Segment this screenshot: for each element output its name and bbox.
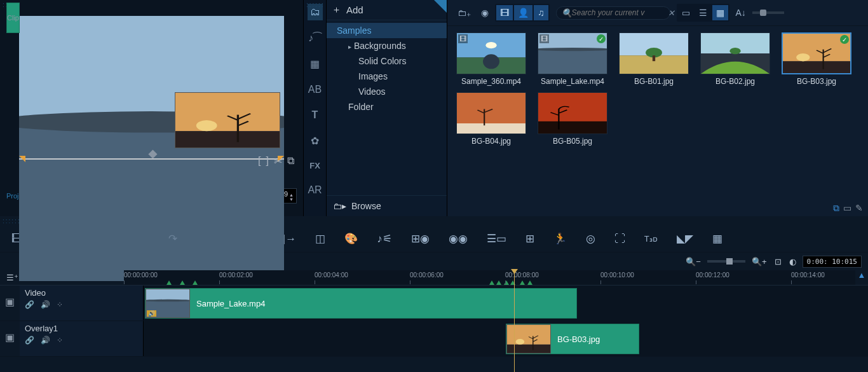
sound-library-icon[interactable]: ♪⁀: [306, 29, 324, 46]
chapter-marker[interactable]: [520, 280, 525, 285]
audio-mix-icon[interactable]: ♪⚟: [370, 228, 398, 249]
view-details-icon[interactable]: ☰: [695, 5, 711, 20]
stabilize-icon[interactable]: ⛶: [608, 229, 632, 249]
thumb-BG-B05.jpg[interactable]: BG-B05.jpg: [535, 92, 610, 146]
multicam-icon[interactable]: ⊞◉: [405, 228, 436, 249]
thumb-size-slider[interactable]: [752, 11, 784, 14]
zoom-slider[interactable]: [707, 260, 745, 263]
motion-icon[interactable]: 🏃: [547, 228, 573, 249]
snapshot-icon[interactable]: ⧉: [287, 155, 294, 167]
track-lane[interactable]: BG-B03.jpg: [144, 321, 868, 356]
check-icon: ✓: [840, 35, 849, 44]
add-folder-button[interactable]: ＋ Add: [327, 0, 447, 20]
3d-title-icon[interactable]: T₃ᴅ: [638, 230, 664, 247]
track-type-icon[interactable]: ▣: [0, 286, 20, 320]
clip-BG-B03.jpg[interactable]: BG-B03.jpg: [506, 324, 639, 354]
trim-bar[interactable]: [19, 156, 284, 163]
chapter-marker[interactable]: [489, 280, 494, 285]
add-marker-icon[interactable]: ▲: [855, 270, 868, 285]
tree-item-folder[interactable]: Folder: [327, 99, 447, 114]
chapter-marker[interactable]: [166, 280, 172, 285]
panel-options-icon[interactable]: ▭: [843, 203, 851, 214]
link-icon[interactable]: 🔗: [25, 336, 34, 345]
track-type-icon[interactable]: ▣: [0, 321, 20, 356]
subtitle-icon[interactable]: ☰▭: [480, 228, 513, 249]
track-menu-icon[interactable]: ☰⁺: [5, 272, 20, 284]
tracking-icon[interactable]: ◎: [580, 228, 602, 249]
import-icon[interactable]: 🗀₊: [454, 5, 475, 20]
thumb-BG-B04.jpg[interactable]: BG-B04.jpg: [454, 92, 529, 146]
fx-track-icon[interactable]: ⁘: [57, 300, 63, 309]
pin-icon[interactable]: [434, 0, 447, 13]
mask-icon[interactable]: ◉◉: [442, 228, 474, 249]
playhead[interactable]: [514, 270, 515, 372]
preview-panel: :::::: [ ] ✂ ⧉ Project Clip ▶ |◀ ◀| |▶: [0, 0, 304, 216]
search-input[interactable]: 🔍 ✕: [556, 6, 670, 20]
filter-audio-icon[interactable]: ♫: [534, 5, 548, 20]
text-icon[interactable]: T: [309, 107, 321, 123]
browse-button[interactable]: 🗀▸ Browse: [327, 195, 447, 216]
track-header-Overlay1[interactable]: Overlay1🔗🔊⁘: [20, 321, 144, 356]
split-clip-icon[interactable]: ✂: [274, 155, 282, 167]
mute-icon[interactable]: 🔊: [41, 300, 50, 309]
chapter-marker[interactable]: [496, 280, 501, 285]
panel-grip[interactable]: ::::::: [304, 0, 327, 10]
title-library-icon[interactable]: AB: [306, 81, 324, 98]
fx-track-icon[interactable]: ⁘: [57, 336, 63, 345]
capture-icon[interactable]: ◉: [477, 5, 492, 20]
thumb-BG-B02.jpg[interactable]: BG-B02.jpg: [698, 32, 773, 86]
timeline-timecode[interactable]: 0:00: 10:015: [803, 256, 862, 268]
check-icon: ✓: [597, 34, 606, 43]
thumb-label: Sample_Lake.mp4: [535, 77, 610, 86]
filter-video-icon[interactable]: 🎞: [496, 5, 513, 20]
fx-icon[interactable]: FX: [307, 158, 323, 173]
clip-Sample_Lake.mp4[interactable]: 🔊Sample_Lake.mp4: [145, 288, 577, 319]
filter-photo-icon[interactable]: 👤: [514, 5, 532, 20]
crop-icon[interactable]: ◫: [309, 228, 332, 249]
thumb-BG-B01.jpg[interactable]: BG-B01.jpg: [616, 32, 691, 86]
clear-search-icon[interactable]: ✕: [668, 8, 675, 18]
thumb-Sample_Lake.mp4[interactable]: 🎞✓Sample_Lake.mp4: [535, 32, 610, 86]
zoom-out-icon[interactable]: 🔍−: [684, 256, 702, 268]
color-icon[interactable]: 🎨: [338, 228, 364, 249]
panel-layout-icon[interactable]: ⧉: [833, 203, 839, 214]
tree-item-videos[interactable]: Videos: [327, 84, 447, 99]
preview-viewport[interactable]: [19, 16, 284, 152]
split-screen-icon[interactable]: ⊞: [519, 228, 541, 249]
redo-icon[interactable]: ↷: [162, 228, 184, 249]
sort-icon[interactable]: A↓: [732, 5, 750, 20]
panel-edit-icon[interactable]: ✎: [855, 203, 863, 214]
fit-project-icon[interactable]: ⊡: [773, 256, 783, 268]
frame-icon[interactable]: ▦: [706, 228, 729, 249]
mark-out-button[interactable]: ]: [266, 155, 269, 167]
folder-arrow-icon: 🗀▸: [333, 201, 346, 211]
track-header-Video[interactable]: Video🔗🔊⁘: [20, 286, 144, 320]
mute-icon[interactable]: 🔊: [41, 336, 50, 345]
chapter-icon[interactable]: ◣◤: [670, 228, 700, 249]
zoom-in-icon[interactable]: 🔍+: [750, 256, 768, 268]
paths-icon[interactable]: AR: [305, 182, 324, 198]
add-label: Add: [346, 4, 363, 15]
mark-in-button[interactable]: [: [258, 155, 261, 167]
link-icon[interactable]: 🔗: [25, 300, 34, 309]
tree-item-backgrounds[interactable]: ▸Backgrounds: [327, 38, 447, 53]
tree-item-solid-colors[interactable]: Solid Colors: [327, 53, 447, 69]
thumb-label: BG-B03.jpg: [779, 77, 854, 86]
transitions-icon[interactable]: ▦: [308, 55, 322, 72]
browse-label: Browse: [351, 201, 381, 211]
thumb-BG-B03.jpg[interactable]: ✓BG-B03.jpg: [779, 32, 854, 86]
tree-item-images[interactable]: Images: [327, 69, 447, 84]
thumb-Sample_360.mp4[interactable]: 🎞Sample_360.mp4: [454, 32, 529, 86]
chapter-marker[interactable]: [180, 280, 185, 285]
view-list-icon[interactable]: ▭: [678, 5, 694, 20]
chapter-marker[interactable]: [527, 280, 532, 285]
duration-icon[interactable]: ◐: [788, 256, 797, 268]
chapter-marker[interactable]: [193, 280, 198, 285]
tree-item-samples[interactable]: Samples: [327, 23, 447, 38]
time-ruler[interactable]: 00:00:00:0000:00:02:0000:00:04:0000:00:0…: [124, 270, 855, 285]
panel-grip[interactable]: ::::::: [0, 0, 303, 10]
track-lane[interactable]: 🔊Sample_Lake.mp4: [144, 286, 868, 320]
video-badge-icon: 🎞: [458, 34, 468, 43]
view-thumb-icon[interactable]: ▦: [712, 5, 728, 20]
graphics-icon[interactable]: ✿: [308, 132, 322, 149]
